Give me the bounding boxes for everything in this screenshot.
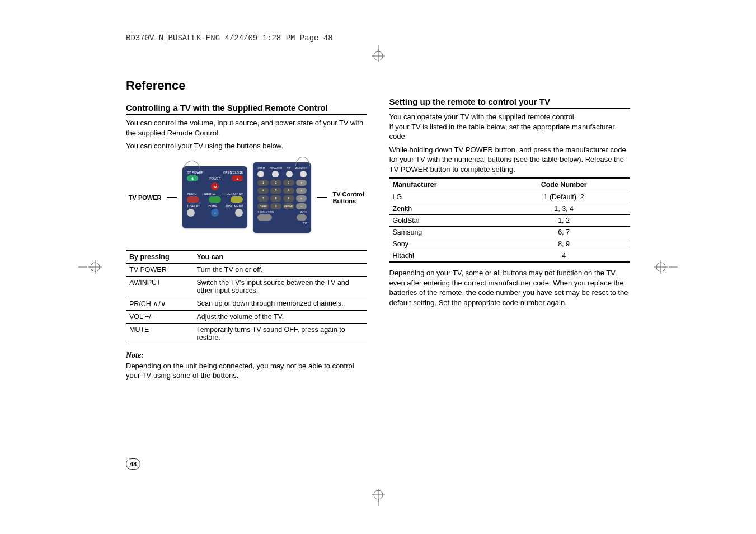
r2-pipaudio: PIP AUDIO: [270, 167, 283, 170]
func-cell: VOL +/–: [126, 310, 194, 323]
code-row: LG1 (Default), 2: [389, 191, 631, 203]
func-row: VOL +/–Adjust the volume of the TV.: [126, 310, 367, 323]
num-6-icon: 6: [283, 188, 294, 194]
code-row: Hitachi4: [389, 250, 631, 263]
r1-openclose: OPEN/CLOSE: [223, 171, 243, 174]
r1-home: HOME: [208, 204, 217, 208]
num-4-icon: 4: [257, 188, 269, 194]
discmenu-btn-icon: [235, 209, 243, 217]
func-cell: AV/INPUT: [126, 276, 194, 297]
subtitle-btn-icon: [209, 196, 221, 203]
code-cell: 4: [497, 250, 630, 263]
functions-table: By pressing You can TV POWERTurn the TV …: [126, 250, 367, 344]
code-cell: Zenith: [389, 203, 498, 215]
clear-btn-icon: CLEAR: [257, 203, 269, 209]
r1-subtitle: SUBTITLE: [204, 192, 216, 195]
num-5-icon: 5: [270, 188, 281, 194]
code-header-row: Manufacturer Code Number: [389, 178, 631, 191]
prch-up-icon: ∧: [296, 180, 307, 186]
prch-dn-icon: ∨: [296, 188, 307, 194]
remote-segment-1: TV POWEROPEN/CLOSE ⏻ POWER ▲ ⏻ AUDIOSUBT…: [182, 166, 247, 228]
num-3-icon: 3: [283, 180, 294, 186]
remote-diagram: TV POWER TV POWEROPEN/CLOSE ⏻ POWER ▲ ⏻ …: [126, 162, 367, 233]
func-cell: Switch the TV's input source between the…: [194, 276, 367, 297]
code-header-mfr: Manufacturer: [389, 178, 498, 191]
vol-up-icon: +: [296, 195, 307, 202]
r2-resolution: RESOLUTION: [257, 210, 274, 213]
r1-tvpower: TV POWER: [187, 171, 203, 174]
num-9-icon: 9: [283, 195, 294, 202]
section-heading-left: Controlling a TV with the Supplied Remot…: [126, 103, 367, 115]
power-button-icon: ⏻: [211, 182, 219, 190]
left-column: Reference Controlling a TV with the Supp…: [126, 78, 367, 384]
functions-header-row: By pressing You can: [126, 250, 367, 264]
connector-line-left: [167, 197, 177, 198]
print-header: BD370V-N_BUSALLK-ENG 4/24/09 1:28 PM Pag…: [126, 34, 333, 43]
func-row: AV/INPUTSwitch the TV's input source bet…: [126, 276, 367, 297]
intro-paragraph-2: You can control your TV using the button…: [126, 141, 367, 151]
section-heading-right: Setting up the remote to control your TV: [389, 97, 631, 109]
right-p3: While holding down TV POWER button, and …: [389, 145, 631, 175]
func-cell: Scan up or down through memorized channe…: [194, 297, 367, 310]
func-cell: MUTE: [126, 323, 194, 344]
resolution-btn-icon: [257, 214, 272, 221]
code-cell: 8, 9: [497, 238, 630, 250]
func-row: MUTETemporarily turns TV sound OFF, pres…: [126, 323, 367, 344]
right-p4: Depending on your TV, some or all button…: [389, 268, 631, 307]
r2-pip: PIP: [287, 167, 290, 170]
repeat-btn-icon: REPEAT: [283, 203, 294, 209]
code-row: GoldStar1, 2: [389, 215, 631, 227]
zoom-btn-icon: [257, 171, 264, 177]
vol-dn-icon: −: [296, 203, 307, 209]
avinput-btn-icon: [300, 171, 307, 177]
code-header-num: Code Number: [497, 178, 630, 191]
code-cell: 1, 3, 4: [497, 203, 630, 215]
intro-paragraph-1: You can control the volume, input source…: [126, 118, 367, 138]
right-p1: You can operate your TV with the supplie…: [389, 112, 631, 122]
func-cell: TV POWER: [126, 263, 194, 276]
r2-avinput: AV/INPUT: [295, 167, 307, 170]
r1-power: POWER: [209, 177, 220, 180]
pipaudio-btn-icon: [272, 171, 279, 177]
func-cell: Adjust the volume of the TV.: [194, 310, 367, 323]
num-0-icon: 0: [270, 203, 281, 209]
code-cell: 1 (Default), 2: [497, 191, 630, 203]
note-text: Depending on the unit being connected, y…: [126, 361, 367, 381]
highlight-arc-right: [295, 157, 310, 166]
page-content: Reference Controlling a TV with the Supp…: [126, 78, 630, 384]
right-column: Setting up the remote to control your TV…: [389, 78, 631, 384]
right-p2: If your TV is listed in the table below,…: [389, 122, 631, 142]
home-btn-icon: ⌂: [211, 209, 219, 217]
r1-titlepopup: TITLE/POP-UP: [222, 192, 243, 195]
num-2-icon: 2: [270, 180, 281, 186]
remote-segment-2: ZOOMPIP AUDIOPIPAV/INPUT 1 2 3 ∧ 4 5 6 ∨: [253, 162, 311, 233]
func-cell: Temporarily turns TV sound OFF, press ag…: [194, 323, 367, 344]
page-title: Reference: [126, 78, 367, 93]
func-row: TV POWERTurn the TV on or off.: [126, 263, 367, 276]
code-row: Sony8, 9: [389, 238, 631, 250]
r2-tv-label: TV: [257, 222, 307, 225]
r1-display: DISPLAY: [187, 204, 200, 208]
open-close-button-icon: ▲: [232, 175, 243, 181]
r2-mute: MUTE: [300, 210, 307, 213]
num-1-icon: 1: [257, 180, 269, 186]
registration-mark-left: [78, 259, 106, 275]
code-cell: Samsung: [389, 227, 498, 238]
code-row: Samsung6, 7: [389, 227, 631, 238]
functions-header-2: You can: [194, 250, 367, 264]
connector-line-right: [317, 197, 327, 198]
r1-audio: AUDIO: [187, 192, 196, 195]
code-table: Manufacturer Code Number LG1 (Default), …: [389, 177, 631, 263]
pip-btn-icon: [286, 171, 293, 177]
mute-btn-icon: [297, 214, 307, 221]
code-row: Zenith1, 3, 4: [389, 203, 631, 215]
tv-control-line2: Buttons: [332, 198, 364, 204]
title-btn-icon: [231, 196, 243, 203]
display-btn-icon: [187, 209, 195, 217]
num-7-icon: 7: [257, 195, 269, 202]
func-cell: PR/CH ∧/∨: [126, 297, 194, 310]
r1-discmenu: DISC MENU: [226, 204, 243, 208]
code-cell: Hitachi: [389, 250, 498, 263]
func-row: PR/CH ∧/∨Scan up or down through memoriz…: [126, 297, 367, 310]
code-cell: LG: [389, 191, 498, 203]
